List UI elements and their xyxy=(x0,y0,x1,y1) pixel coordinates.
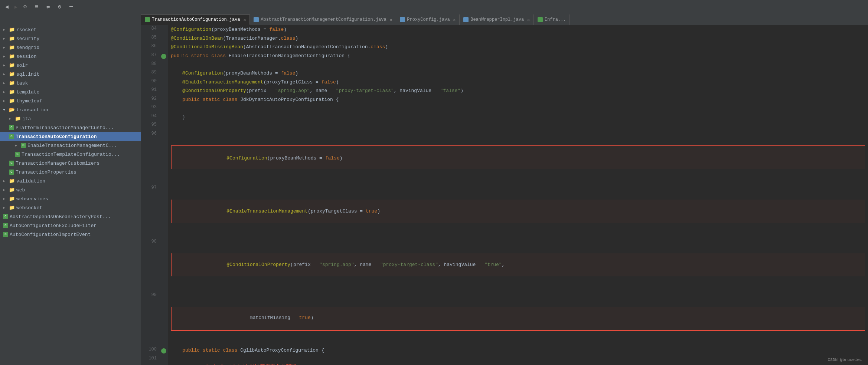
sidebar-item-auto-config-exclude[interactable]: C AutoConfigurationExcludeFilter xyxy=(0,221,141,230)
tab-close-1[interactable]: ✕ xyxy=(244,17,246,22)
sidebar-item-auto-config-import[interactable]: C AutoConfigurationImportEvent xyxy=(0,230,141,239)
sidebar-item-transaction[interactable]: ▼ 📂 transaction xyxy=(0,105,141,114)
tab-label-3: ProxyConfig.java xyxy=(407,17,450,22)
code-line-96: 96 @Configuration(proxyBeanMethods = fal… xyxy=(141,130,868,185)
gutter-98 xyxy=(160,238,168,292)
code-content-84: @Configuration(proxyBeanMethods = false) xyxy=(168,25,868,34)
sidebar-item-security[interactable]: ▶ 📁 security xyxy=(0,34,141,43)
line-num-86: 86 xyxy=(141,43,160,52)
navigate-icon[interactable]: ⊕ xyxy=(21,2,29,12)
tab-proxy-config[interactable]: ProxyConfig.java ✕ xyxy=(396,14,460,25)
center-icon[interactable]: ⇌ xyxy=(44,2,52,12)
arrow-icon-sqlinit: ▶ xyxy=(3,72,7,76)
arrow-icon-session: ▶ xyxy=(3,54,7,59)
tab-bar: TransactionAutoConfiguration.java ✕ Abst… xyxy=(0,14,868,25)
line-num-94: 94 xyxy=(141,113,160,122)
gutter-94 xyxy=(160,113,168,122)
folder-icon-sqlinit: 📁 xyxy=(9,71,15,77)
sidebar-item-sqlinit[interactable]: ▶ 📁 sql.init xyxy=(0,70,141,79)
gutter-93 xyxy=(160,104,168,113)
gutter-87 xyxy=(160,52,168,60)
line-num-85: 85 xyxy=(141,34,160,43)
tab-icon-blue4 xyxy=(463,17,469,22)
code-content-92: public static class JdkDynamicAutoProxyC… xyxy=(168,95,868,104)
arrow-icon-websocket: ▶ xyxy=(3,205,7,210)
code-line-91: 91 @ConditionalOnProperty(prefix = "spri… xyxy=(141,86,868,95)
sidebar-item-sendgrid[interactable]: ▶ 📁 sendgrid xyxy=(0,43,141,52)
sidebar-item-abstract-depends[interactable]: C AbstractDependsOnBeanFactoryPost... xyxy=(0,212,141,221)
tab-label-1: TransactionAutoConfiguration.java xyxy=(152,17,240,22)
folder-icon-websocket: 📁 xyxy=(9,205,15,211)
class-icon-enable-trans: C xyxy=(21,143,26,148)
gutter-92 xyxy=(160,95,168,104)
code-line-90: 90 @EnableTransactionManagement(proxyTar… xyxy=(141,78,868,87)
sidebar-item-session[interactable]: ▶ 📁 session xyxy=(0,52,141,61)
align-icon[interactable]: ≡ xyxy=(33,2,40,11)
class-icon-trans-mgr: C xyxy=(9,161,14,166)
sidebar-label-auto-config-import: AutoConfigurationImportEvent xyxy=(10,232,91,237)
sidebar-item-validation[interactable]: ▶ 📁 validation xyxy=(0,177,141,185)
code-line-93: 93 xyxy=(141,104,868,113)
sidebar-item-webservices[interactable]: ▶ 📁 webservices xyxy=(0,194,141,203)
main-layout: ▶ 📁 rsocket ▶ 📁 security ▶ 📁 sendgrid ▶ … xyxy=(0,25,868,365)
back-button[interactable]: ◀ xyxy=(3,2,11,12)
code-editor[interactable]: 84 @Configuration(proxyBeanMethods = fal… xyxy=(141,25,868,365)
code-content-87: public static class EnableTransactionMan… xyxy=(168,52,868,60)
sidebar-item-task[interactable]: ▶ 📁 task xyxy=(0,79,141,88)
code-line-94: 94 } xyxy=(141,113,868,122)
tab-label-5: Infra... xyxy=(545,17,566,22)
gutter-97 xyxy=(160,184,168,238)
sidebar-item-jta[interactable]: ▶ 📁 jta xyxy=(0,114,141,123)
tab-abstract-transaction[interactable]: AbstractTransactionManagementConfigurati… xyxy=(250,14,396,25)
sidebar-item-rsocket[interactable]: ▶ 📁 rsocket xyxy=(0,25,141,34)
sidebar-item-web[interactable]: ▶ 📁 web xyxy=(0,185,141,194)
code-content-94: } xyxy=(168,113,868,122)
tab-close-4[interactable]: ✕ xyxy=(527,17,530,22)
tab-bean-wrapper[interactable]: BeanWrapperImpl.java ✕ xyxy=(460,14,534,25)
sidebar-item-platform-mgr[interactable]: C PlatformTransactionManagerCusto... xyxy=(0,123,141,132)
code-content-86: @ConditionalOnMissingBean(AbstractTransa… xyxy=(168,43,868,52)
sidebar-label-auto-config-exclude: AutoConfigurationExcludeFilter xyxy=(10,223,97,228)
bean-gutter-icon-100 xyxy=(161,348,166,354)
gutter-91 xyxy=(160,86,168,95)
tab-close-2[interactable]: ✕ xyxy=(390,17,392,22)
code-line-86: 86 @ConditionalOnMissingBean(AbstractTra… xyxy=(141,43,868,52)
sidebar-label-template: template xyxy=(16,89,39,95)
gutter-88 xyxy=(160,60,168,69)
sidebar-label-platform-mgr: PlatformTransactionManagerCusto... xyxy=(16,125,114,131)
folder-icon-template: 📁 xyxy=(9,89,15,95)
sidebar-item-trans-template[interactable]: C TransactionTemplateConfiguratio... xyxy=(0,150,141,159)
code-content-91: @ConditionalOnProperty(prefix = "spring.… xyxy=(168,86,868,95)
tab-icon-green xyxy=(145,17,150,22)
tab-transaction-auto[interactable]: TransactionAutoConfiguration.java ✕ xyxy=(141,14,250,25)
line-num-88: 88 xyxy=(141,60,160,69)
arrow-icon-solr: ▶ xyxy=(3,63,7,68)
code-line-99: 99 matchIfMissing = true) xyxy=(141,292,868,346)
folder-icon-task: 📁 xyxy=(9,80,15,86)
arrow-icon-transaction: ▼ xyxy=(3,108,7,112)
sidebar-item-template[interactable]: ▶ 📁 template xyxy=(0,88,141,96)
sidebar-label-thymeleaf: thymeleaf xyxy=(16,98,42,104)
tab-icon-blue3 xyxy=(400,17,405,22)
sidebar-item-thymeleaf[interactable]: ▶ 📁 thymeleaf xyxy=(0,96,141,105)
class-icon-auto-config-import: C xyxy=(3,232,8,237)
sidebar-item-trans-props[interactable]: C TransactionProperties xyxy=(0,168,141,177)
folder-icon-security: 📁 xyxy=(9,36,15,42)
gutter-84 xyxy=(160,25,168,34)
gutter-99 xyxy=(160,292,168,346)
tab-close-3[interactable]: ✕ xyxy=(453,17,456,22)
sidebar-item-solr[interactable]: ▶ 📁 solr xyxy=(0,61,141,70)
code-content-93 xyxy=(168,104,868,113)
sidebar-item-transaction-auto[interactable]: C TransactionAutoConfiguration xyxy=(0,132,141,141)
arrow-icon-jta: ▶ xyxy=(9,116,13,121)
minimize-icon[interactable]: ─ xyxy=(67,2,75,11)
sidebar-item-websocket[interactable]: ▶ 📁 websocket xyxy=(0,203,141,212)
settings-icon[interactable]: ⚙ xyxy=(56,2,63,12)
sidebar-label-rsocket: rsocket xyxy=(16,27,37,33)
sidebar-item-enable-trans[interactable]: ▶ C EnableTransactionManagementC... xyxy=(0,141,141,150)
line-num-92: 92 xyxy=(141,95,160,104)
code-content-97: @EnableTransactionManagement(proxyTarget… xyxy=(168,184,868,238)
tab-infra[interactable]: Infra... xyxy=(534,14,570,25)
sidebar-item-trans-mgr-customizers[interactable]: C TransactionManagerCustomizers xyxy=(0,159,141,168)
sidebar-label-security: security xyxy=(16,36,39,42)
